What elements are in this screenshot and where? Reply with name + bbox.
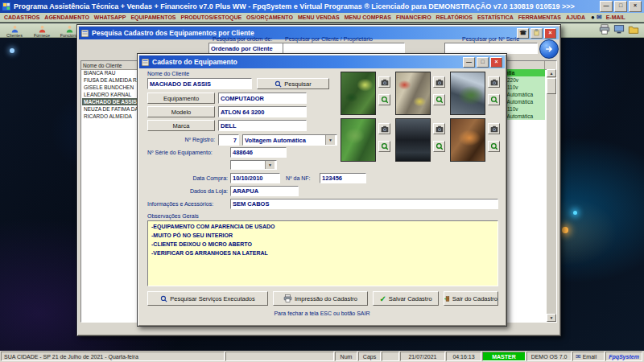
serial-combo[interactable]: ▼ [230, 160, 277, 170]
scroll-up-icon[interactable]: ▲ [547, 69, 556, 77]
column-header-nome[interactable]: Nome do Cliente [81, 61, 140, 69]
menu-item-produtos-estoque[interactable]: PRODUTOS/ESTOQUE [179, 14, 245, 20]
modelo-input[interactable]: ATLON 64 3200 [218, 106, 307, 117]
serial-filter-input[interactable] [444, 43, 538, 54]
app-titlebar: Programa Assistência Técnica + Vendas + … [0, 0, 644, 13]
photo-zoom-button[interactable] [378, 94, 390, 105]
menu-item-ajuda[interactable]: AJUDA [564, 14, 588, 20]
go-search-button[interactable] [539, 39, 559, 59]
marca-button[interactable]: Marca [147, 120, 215, 131]
menu-item-email[interactable]: E-MAIL [604, 14, 628, 20]
pesquisar-servicos-label: Pesquisar Serviços Executados [170, 295, 254, 302]
menu-item-agendamento[interactable]: AGENDAMENTO [42, 14, 91, 20]
scrollbar-thumb[interactable] [547, 78, 556, 94]
clipboard-icon[interactable] [530, 28, 543, 39]
voltagem-combo[interactable]: Voltagem Automática ▼ [242, 134, 337, 146]
photo-zoom-button[interactable] [433, 94, 445, 105]
photo-zoom-button[interactable] [378, 141, 390, 152]
chevron-down-icon[interactable]: ▼ [265, 161, 275, 169]
photo-camera-button[interactable] [488, 76, 500, 88]
pesquisar-servicos-button[interactable]: Pesquisar Serviços Executados [147, 291, 268, 306]
menu-item-financeiro[interactable]: FINANCEIRO [394, 14, 434, 20]
data-compra-value: 10/10/2010 [233, 175, 263, 182]
status-bar: SUA CIDADE - SP 21 de Julho de 2021 - Qu… [0, 351, 644, 362]
nf-input[interactable]: 123456 [320, 173, 366, 183]
maximize-button[interactable]: □ [477, 57, 489, 68]
observacoes-label: Observações Gerais [147, 213, 199, 219]
chevron-down-icon[interactable]: ▼ [325, 135, 335, 145]
close-button[interactable]: × [629, 1, 642, 12]
client-filter-input[interactable] [283, 43, 405, 54]
search-icon [160, 295, 167, 302]
dialog-hint: Para fechar a tela ESC ou botão SAIR [138, 311, 506, 316]
equipment-photo-4[interactable] [341, 118, 376, 162]
menu-item-menu-compras[interactable]: MENU COMPRAS [342, 14, 394, 20]
client-row[interactable]: RICARDO ALMEIDA [82, 113, 140, 120]
menu-item-ferramentas[interactable]: FERRAMENTAS [516, 14, 564, 20]
menu-item-os-orcamento[interactable]: OS/ORÇAMENTO [244, 14, 295, 20]
sair-button[interactable]: Sair do Cadastro [444, 291, 498, 306]
close-icon[interactable]: × [490, 57, 502, 68]
client-row-selected[interactable]: MACHADO DE ASSIS [82, 98, 140, 105]
maximize-button[interactable]: □ [614, 1, 627, 12]
equipment-photo-2[interactable] [395, 72, 431, 115]
menu-item-equipamentos[interactable]: EQUIPAMENTOS [128, 14, 178, 20]
photo-camera-button[interactable] [378, 76, 390, 88]
menu-item-whatsapp[interactable]: WHATSAPP [92, 14, 129, 20]
scroll-down-icon[interactable]: ▼ [547, 314, 556, 322]
minimize-button[interactable]: — [600, 1, 613, 12]
client-name-input[interactable]: MACHADO DE ASSIS [147, 78, 252, 89]
info-acessorios-input[interactable]: SEM CABOS [230, 199, 498, 209]
dados-loja-label: Dados da Loja: [170, 188, 228, 194]
toolbar-clientes-button[interactable]: Clientes [2, 24, 27, 39]
serial-filter-label: Pesquisar por Nº Serie [462, 36, 519, 42]
toolbar-button-label: Fornece [34, 33, 50, 38]
photo-camera-button[interactable] [433, 123, 445, 134]
observacoes-textarea[interactable]: -EQUIPAMENTO COM APARENCIA DE USADO -MUI… [147, 220, 498, 286]
photo-camera-button[interactable] [378, 123, 390, 134]
status-version: DEMO OS 7.0 [526, 352, 572, 361]
photo-zoom-button[interactable] [433, 141, 445, 152]
printer-icon[interactable] [599, 24, 610, 35]
pesquisar-button[interactable]: Pesquisar [257, 78, 329, 89]
client-row[interactable]: NEUZA DE FATIMA DA S [82, 105, 140, 113]
client-row[interactable]: BIANCA RAU [82, 69, 140, 76]
equipment-photo-6[interactable] [450, 118, 485, 162]
photo-zoom-button[interactable] [488, 94, 500, 105]
monitor-icon[interactable] [613, 24, 625, 35]
equipment-photo-5[interactable] [395, 118, 431, 162]
client-row[interactable]: GISELE BUNDCHEN [82, 84, 140, 91]
status-email[interactable]: ✉Email [572, 352, 605, 361]
salvar-button[interactable]: ✓ Salvar Cadastro [373, 291, 439, 306]
menu-item-menu-vendas[interactable]: MENU VENDAS [295, 14, 342, 20]
photo-zoom-button[interactable] [488, 141, 500, 152]
equipment-photo-1[interactable] [341, 72, 376, 115]
menu-item-cadastros[interactable]: CADASTROS [2, 14, 42, 20]
wallpaper-glow [10, 48, 14, 53]
marca-input[interactable]: DELL [218, 120, 307, 131]
toolbar-fornecedores-button[interactable]: Fornece [29, 24, 55, 39]
close-icon[interactable]: × [544, 28, 556, 39]
impressao-button[interactable]: Impressão do Cadastro [273, 291, 368, 306]
client-row[interactable]: FIUSA DE ALMEIDA RAU [82, 76, 140, 84]
serial-input[interactable]: 488646 [230, 147, 287, 158]
client-row[interactable]: LEANDRO KARNAL [82, 91, 140, 98]
menu-item-relatorios[interactable]: RELATÓRIOS [434, 14, 475, 20]
equipment-photo-3[interactable] [450, 72, 485, 115]
registro-input[interactable]: 7 [218, 134, 239, 146]
equipamento-input[interactable]: COMPUTADOR [218, 93, 307, 104]
menu-item-estatistica[interactable]: ESTATÍSTICA [475, 14, 516, 20]
form-icon [81, 30, 89, 37]
equipamento-button[interactable]: Equipamento [147, 93, 215, 104]
folder-icon[interactable] [628, 24, 639, 35]
photo-camera-button[interactable] [433, 76, 445, 88]
status-location: SUA CIDADE - SP 21 de Julho de 2021 - Qu… [1, 352, 225, 361]
modelo-button[interactable]: Modelo [147, 106, 215, 117]
dados-loja-input[interactable]: ARAPUA [230, 186, 299, 196]
data-compra-input[interactable]: 10/10/2010 [230, 173, 280, 183]
pesquisar-button-label: Pesquisar [284, 80, 311, 88]
vertical-scrollbar[interactable]: ▲ ▼ [547, 69, 556, 322]
photo-camera-button[interactable] [488, 123, 500, 134]
minimize-button[interactable]: — [463, 57, 475, 68]
info-acessorios-label: Informações e Acessórios: [147, 201, 213, 207]
